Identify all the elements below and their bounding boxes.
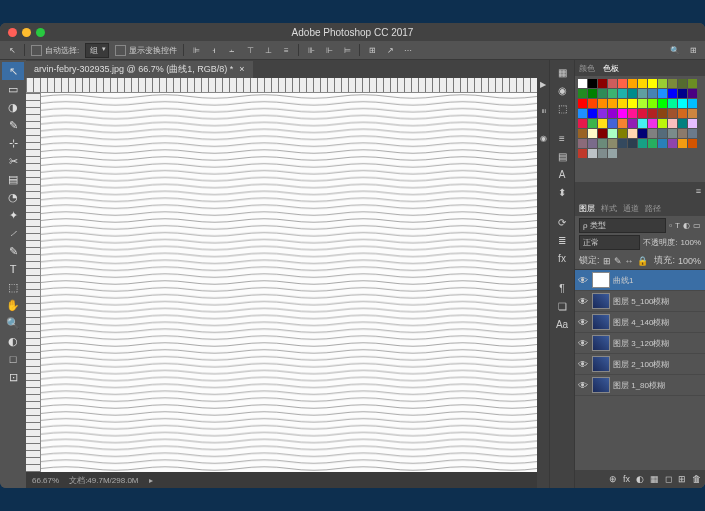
- collapsed-panel-icon[interactable]: ≡: [552, 130, 572, 146]
- swatch[interactable]: [658, 129, 667, 138]
- vtab[interactable]: ≡: [539, 109, 548, 114]
- swatch[interactable]: [618, 99, 627, 108]
- tool-9[interactable]: ⟋: [2, 224, 24, 242]
- swatch[interactable]: [628, 89, 637, 98]
- visibility-icon[interactable]: 👁: [577, 275, 589, 286]
- swatch[interactable]: [658, 79, 667, 88]
- collapsed-panel-icon[interactable]: ¶: [552, 280, 572, 296]
- swatch[interactable]: [618, 119, 627, 128]
- canvas[interactable]: [41, 93, 537, 472]
- align-icon[interactable]: ⊤: [244, 44, 256, 56]
- align-icon[interactable]: ⫠: [226, 44, 238, 56]
- collapsed-panel-icon[interactable]: fx: [552, 250, 572, 266]
- swatch[interactable]: [678, 119, 687, 128]
- swatch[interactable]: [658, 109, 667, 118]
- swatch[interactable]: [668, 109, 677, 118]
- mode-icon[interactable]: ⊞: [366, 44, 378, 56]
- layer-row[interactable]: 👁图层 4_140模糊: [575, 312, 705, 333]
- filter-icon[interactable]: ◐: [683, 221, 690, 230]
- vtab[interactable]: ◉: [539, 134, 548, 143]
- collapsed-panel-icon[interactable]: ≣: [552, 232, 572, 248]
- tool-6[interactable]: ▤: [2, 170, 24, 188]
- dist-icon[interactable]: ⊪: [305, 44, 317, 56]
- lock-icon[interactable]: ⊞: [603, 256, 611, 266]
- tool-0[interactable]: ↖: [2, 62, 24, 80]
- close-dot[interactable]: [8, 28, 17, 37]
- swatch[interactable]: [628, 109, 637, 118]
- swatch[interactable]: [588, 109, 597, 118]
- minimize-dot[interactable]: [22, 28, 31, 37]
- layer-action-icon[interactable]: ⊞: [678, 474, 686, 484]
- swatch[interactable]: [658, 119, 667, 128]
- swatch[interactable]: [588, 79, 597, 88]
- swatch[interactable]: [608, 139, 617, 148]
- swatch[interactable]: [668, 89, 677, 98]
- swatch[interactable]: [648, 129, 657, 138]
- swatch[interactable]: [688, 119, 697, 128]
- swatch[interactable]: [588, 129, 597, 138]
- swatch[interactable]: [588, 99, 597, 108]
- swatch[interactable]: [678, 129, 687, 138]
- swatch[interactable]: [668, 129, 677, 138]
- tool-15[interactable]: ◐: [2, 332, 24, 350]
- swatch[interactable]: [578, 99, 587, 108]
- swatch[interactable]: [668, 99, 677, 108]
- swatch[interactable]: [678, 99, 687, 108]
- blend-mode-dropdown[interactable]: 正常: [579, 235, 640, 250]
- fill-value[interactable]: 100%: [678, 256, 701, 266]
- swatch[interactable]: [668, 119, 677, 128]
- swatch[interactable]: [588, 89, 597, 98]
- swatch[interactable]: [638, 139, 647, 148]
- ruler-horizontal[interactable]: [26, 78, 537, 93]
- swatch[interactable]: [618, 129, 627, 138]
- swatch[interactable]: [578, 109, 587, 118]
- tool-10[interactable]: ✎: [2, 242, 24, 260]
- swatch[interactable]: [608, 129, 617, 138]
- collapsed-panel-icon[interactable]: ⬍: [552, 184, 572, 200]
- tab-swatches[interactable]: 色板: [603, 63, 619, 74]
- collapsed-panel-icon[interactable]: ⬚: [552, 100, 572, 116]
- swatch[interactable]: [578, 139, 587, 148]
- document-tab[interactable]: arvin-febry-302935.jpg @ 66.7% (曲线1, RGB…: [26, 61, 253, 78]
- tool-2[interactable]: ◑: [2, 98, 24, 116]
- tool-13[interactable]: ✋: [2, 296, 24, 314]
- swatch[interactable]: [678, 89, 687, 98]
- swatch[interactable]: [598, 79, 607, 88]
- swatch[interactable]: [628, 99, 637, 108]
- tool-5[interactable]: ✂: [2, 152, 24, 170]
- tool-16[interactable]: □: [2, 350, 24, 368]
- swatch[interactable]: [658, 89, 667, 98]
- swatch[interactable]: [638, 119, 647, 128]
- swatch[interactable]: [598, 129, 607, 138]
- swatch[interactable]: [598, 109, 607, 118]
- layer-action-icon[interactable]: ⊕: [609, 474, 617, 484]
- vtab[interactable]: ▶: [539, 80, 548, 89]
- lock-icon[interactable]: ↔: [625, 256, 634, 266]
- kind-filter[interactable]: ρ 类型: [579, 218, 666, 233]
- swatch[interactable]: [578, 119, 587, 128]
- filter-icon[interactable]: ▭: [693, 221, 701, 230]
- swatch[interactable]: [658, 99, 667, 108]
- swatch[interactable]: [658, 139, 667, 148]
- align-icon[interactable]: ≡: [280, 44, 292, 56]
- layer-action-icon[interactable]: ▦: [650, 474, 659, 484]
- swatch[interactable]: [648, 99, 657, 108]
- tab-styles[interactable]: 样式: [601, 203, 617, 214]
- swatch[interactable]: [648, 119, 657, 128]
- swatch[interactable]: [648, 89, 657, 98]
- swatch[interactable]: [588, 119, 597, 128]
- layer-row[interactable]: 👁图层 5_100模糊: [575, 291, 705, 312]
- tool-4[interactable]: ⊹: [2, 134, 24, 152]
- swatch[interactable]: [578, 149, 587, 158]
- layer-row[interactable]: 👁图层 1_80模糊: [575, 375, 705, 396]
- show-transform-checkbox[interactable]: 显示变换控件: [115, 45, 177, 56]
- swatch[interactable]: [618, 139, 627, 148]
- align-icon[interactable]: ⫞: [208, 44, 220, 56]
- swatch[interactable]: [608, 149, 617, 158]
- swatch[interactable]: [688, 139, 697, 148]
- swatch[interactable]: [688, 79, 697, 88]
- tool-3[interactable]: ✎: [2, 116, 24, 134]
- dist-icon[interactable]: ⊨: [341, 44, 353, 56]
- swatch[interactable]: [608, 79, 617, 88]
- layer-action-icon[interactable]: ◻: [665, 474, 672, 484]
